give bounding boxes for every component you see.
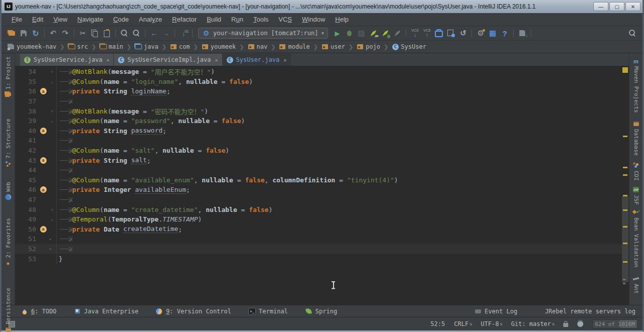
debug-button[interactable] — [343, 27, 355, 39]
breadcrumb-pojo[interactable]: pojo — [357, 43, 380, 50]
redo-button[interactable] — [59, 27, 71, 39]
annotation-gutter-icon[interactable]: a — [40, 226, 47, 233]
menu-edit[interactable]: Edit — [27, 14, 48, 25]
menu-view[interactable]: View — [48, 14, 72, 25]
code-line-40[interactable]: 40aprivate String password; — [15, 126, 622, 136]
error-stripe[interactable] — [622, 66, 629, 305]
menu-help[interactable]: Help — [330, 14, 354, 25]
fold-marker[interactable]: ▵ — [48, 118, 56, 124]
code-editor[interactable]: 34▿@NotBlank(message = "用户名不能为空！")35▵@Co… — [15, 66, 629, 305]
info-stripe-mark[interactable] — [623, 283, 625, 284]
code-line-46[interactable]: 46aprivate Integer availableEnum; — [15, 185, 622, 195]
close-icon[interactable]: ✕ — [106, 57, 109, 63]
toolwindow-button-terminal[interactable]: Terminal — [248, 307, 288, 315]
rollback-button[interactable] — [457, 27, 469, 39]
toolwindow-button-event-log[interactable]: Event Log — [474, 307, 517, 315]
breadcrumb-nav[interactable]: nav — [248, 43, 268, 50]
fold-marker[interactable]: ▵ — [48, 79, 56, 84]
menu-run[interactable]: Run — [226, 14, 248, 25]
open-button[interactable] — [6, 27, 18, 39]
stripe-item-7-structure[interactable]: 7: Structure — [5, 119, 12, 167]
scrollbar-thumb[interactable] — [622, 196, 628, 282]
stripe-item-persistence[interactable]: Persistence — [5, 288, 12, 332]
find-button[interactable] — [118, 27, 130, 39]
code-line-50[interactable]: 50aprivate Date createDatetime; — [15, 225, 622, 235]
warning-stripe-mark[interactable] — [623, 136, 627, 137]
stripe-item-maven-projects[interactable]: Maven Projects — [632, 57, 640, 113]
stripe-item-cdi[interactable]: CDI — [632, 162, 640, 181]
coverage-button[interactable] — [355, 27, 367, 39]
warning-stripe-mark[interactable] — [623, 174, 627, 176]
code-line-51[interactable]: 51▸ — [15, 234, 622, 244]
breadcrumb-src[interactable]: src — [68, 43, 88, 50]
help-button[interactable] — [499, 27, 511, 39]
toolwindow-button-java-enterprise[interactable]: Java Enterprise — [74, 307, 138, 315]
save-button[interactable] — [18, 27, 30, 39]
encoding-selector[interactable]: UTF-8⇅ — [481, 320, 503, 327]
breadcrumb-module[interactable]: module — [279, 43, 309, 50]
breadcrumb-com[interactable]: com — [170, 43, 190, 50]
warning-stripe-mark[interactable] — [623, 243, 627, 244]
minimize-button[interactable]: — — [593, 2, 608, 11]
code-line-41[interactable]: 41 — [15, 136, 622, 146]
code-line-43[interactable]: 43aprivate String salt; — [15, 155, 622, 165]
menu-tools[interactable]: Tools — [248, 14, 273, 25]
export-button[interactable] — [516, 27, 528, 39]
fold-marker[interactable]: ▿ — [48, 108, 56, 114]
code-line-49[interactable]: 49▵@Temporal(TemporalType.TIMESTAMP) — [15, 214, 622, 225]
lock-icon[interactable] — [563, 323, 568, 327]
search-button[interactable] — [626, 27, 638, 39]
annotation-gutter-icon[interactable]: a — [40, 186, 47, 193]
code-line-47[interactable]: 47 — [15, 195, 622, 205]
stripe-item-bean-validation[interactable]: Bean Validation — [632, 208, 640, 267]
code-line-48[interactable]: 48▿@Column(name = "create_datetime", nul… — [15, 204, 622, 214]
menu-navigate[interactable]: Navigate — [72, 14, 108, 25]
inspection-status-indicator[interactable] — [622, 67, 628, 73]
stripe-item-jsf[interactable]: JSF — [632, 186, 640, 205]
code-line-39[interactable]: 39▵@Column(name = "password", nullable =… — [15, 116, 622, 126]
forward-button[interactable] — [160, 27, 172, 39]
back-button[interactable] — [148, 27, 160, 39]
replace-button[interactable] — [130, 27, 142, 39]
vcs-commit-button[interactable] — [421, 27, 433, 39]
warning-stripe-mark[interactable] — [623, 195, 627, 196]
menu-code[interactable]: Code — [108, 14, 134, 25]
menu-build[interactable]: Build — [202, 14, 226, 25]
tab-SysUserServiceImpl.java[interactable]: CSysUserServiceImpl.java✕ — [114, 54, 222, 66]
fold-marker[interactable]: ▸ — [48, 246, 56, 251]
breadcrumb-youmeek[interactable]: youmeek — [202, 43, 236, 50]
breadcrumb-youmeek-nav[interactable]: youmeek-nav — [8, 43, 56, 50]
history-button[interactable] — [445, 27, 457, 39]
tab-SysUser.java[interactable]: CSysUser.java✕ — [223, 54, 291, 66]
stripe-item-ant[interactable]: Ant — [632, 275, 640, 294]
project-structure-button[interactable] — [487, 27, 499, 39]
copy-button[interactable] — [89, 27, 101, 39]
paste-button[interactable] — [101, 27, 113, 39]
breadcrumb-java[interactable]: java — [135, 43, 158, 50]
run-configuration-selector[interactable]: your-navigation [tomcat7:run]▼ — [198, 28, 328, 39]
stripe-item-2-favorites[interactable]: 2: Favorites — [5, 218, 12, 267]
run-button[interactable] — [331, 27, 343, 39]
caret-position[interactable]: 52:5 — [430, 320, 445, 327]
toolwindow-button-jrebel-remote-servers-log[interactable]: JRebel remote servers log — [534, 307, 635, 315]
jrebel-run-button[interactable] — [367, 27, 379, 39]
close-icon[interactable]: ✕ — [283, 57, 286, 63]
jrebel-sleep-button[interactable] — [391, 27, 403, 39]
hector-inspections-icon[interactable] — [577, 321, 583, 327]
breadcrumb-main[interactable]: main — [100, 43, 123, 50]
undo-button[interactable] — [47, 27, 59, 39]
stripe-item-database[interactable]: Database — [632, 120, 640, 156]
annotation-gutter-icon[interactable]: a — [40, 128, 47, 134]
sync-button[interactable] — [30, 27, 42, 39]
menu-window[interactable]: Window — [297, 14, 330, 25]
code-line-38[interactable]: 38▿@NotBlank(message = "密码不能为空！") — [15, 106, 622, 116]
code-line-52[interactable]: 52▸ — [15, 244, 622, 254]
menu-analyze[interactable]: Analyze — [134, 14, 167, 25]
code-line-53[interactable]: 53} — [15, 254, 622, 264]
fold-marker[interactable]: ▿ — [48, 207, 56, 212]
annotation-gutter-icon[interactable]: a — [40, 157, 47, 164]
code-line-37[interactable]: 37 — [15, 96, 622, 106]
settings-button[interactable] — [474, 27, 487, 39]
cut-button[interactable] — [77, 27, 89, 39]
shelve-button[interactable] — [433, 27, 445, 39]
